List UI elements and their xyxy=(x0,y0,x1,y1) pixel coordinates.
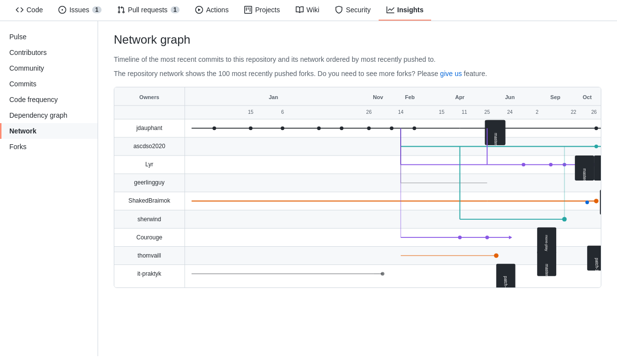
actions-icon xyxy=(195,6,203,14)
network-graph-svg: Owners Jan Nov Feb Apr Jun Sep Oct 15 6 … xyxy=(114,87,601,287)
svg-text:15: 15 xyxy=(248,109,254,115)
nav-issues-label: Issues xyxy=(69,6,89,14)
svg-text:sherwind: sherwind xyxy=(137,216,161,223)
nav-insights[interactable]: Insights xyxy=(379,0,432,21)
svg-point-56 xyxy=(367,127,370,130)
sidebar-item-commits[interactable]: Commits xyxy=(0,76,98,92)
svg-rect-10 xyxy=(114,105,601,119)
svg-text:Feb: Feb xyxy=(405,94,415,100)
svg-text:Sep: Sep xyxy=(550,94,561,100)
svg-text:26: 26 xyxy=(366,109,372,115)
svg-text:Lyr: Lyr xyxy=(145,161,153,168)
nav-security[interactable]: Security xyxy=(327,0,379,21)
svg-rect-77 xyxy=(594,156,601,181)
insights-icon xyxy=(386,6,394,14)
nav-issues[interactable]: Issues 1 xyxy=(51,0,109,21)
svg-point-88 xyxy=(585,201,589,204)
main-content: Network graph Timeline of the most recen… xyxy=(98,21,617,356)
security-icon xyxy=(335,6,343,14)
give-us-link[interactable]: give us xyxy=(440,70,463,78)
sidebar-item-network[interactable]: Network xyxy=(0,123,98,139)
svg-rect-6 xyxy=(114,228,601,246)
svg-text:it-praktyk: it-praktyk xyxy=(137,270,162,277)
svg-text:Courouge: Courouge xyxy=(136,234,162,241)
svg-text:ascdso2020: ascdso2020 xyxy=(133,143,165,150)
svg-point-57 xyxy=(390,127,393,130)
nav-wiki-label: Wiki xyxy=(307,6,319,14)
svg-point-51 xyxy=(212,127,216,130)
nav-wiki[interactable]: Wiki xyxy=(288,0,327,21)
svg-text:master: master xyxy=(582,168,587,181)
svg-text:24: 24 xyxy=(507,109,513,115)
nav-insights-label: Insights xyxy=(397,6,424,14)
svg-point-67 xyxy=(594,145,598,148)
nav-projects-label: Projects xyxy=(255,6,280,14)
svg-text:Oct: Oct xyxy=(583,94,592,100)
svg-text:26: 26 xyxy=(591,109,597,115)
projects-icon xyxy=(244,6,252,14)
issues-icon xyxy=(58,6,66,14)
svg-point-58 xyxy=(412,127,416,130)
svg-text:Nov: Nov xyxy=(373,94,384,100)
svg-text:master: master xyxy=(493,133,498,146)
nav-code-label: Code xyxy=(26,6,43,14)
svg-text:Jan: Jan xyxy=(269,94,278,100)
description-1: Timeline of the most recent commits to t… xyxy=(114,54,601,65)
svg-rect-7 xyxy=(114,246,601,264)
nav-security-label: Security xyxy=(346,6,371,14)
svg-text:master: master xyxy=(544,264,549,277)
svg-text:14: 14 xyxy=(398,109,404,115)
svg-rect-9 xyxy=(114,87,601,105)
svg-text:11: 11 xyxy=(462,109,467,115)
nav-code[interactable]: Code xyxy=(8,0,51,21)
page-title: Network graph xyxy=(114,33,601,47)
sidebar-item-community[interactable]: Community xyxy=(0,60,98,76)
svg-text:jdauphant: jdauphant xyxy=(136,125,163,131)
svg-point-95 xyxy=(486,235,489,239)
nav-actions-label: Actions xyxy=(206,6,229,14)
svg-text:15: 15 xyxy=(439,109,445,115)
code-icon xyxy=(16,6,24,14)
pr-icon xyxy=(117,6,125,14)
sidebar-item-code-frequency[interactable]: Code frequency xyxy=(0,92,98,107)
svg-text:patch-1: patch-1 xyxy=(594,258,599,272)
svg-rect-3 xyxy=(114,174,601,192)
svg-text:22: 22 xyxy=(571,109,577,115)
svg-point-53 xyxy=(281,127,284,130)
svg-point-71 xyxy=(522,163,525,166)
svg-point-54 xyxy=(317,127,320,130)
svg-text:Jun: Jun xyxy=(505,94,515,100)
svg-text:25: 25 xyxy=(485,109,490,115)
svg-text:geerlingguy: geerlingguy xyxy=(134,179,164,186)
network-graph-container: Owners Jan Nov Feb Apr Jun Sep Oct 15 6 … xyxy=(114,87,601,288)
svg-text:patch-2: patch-2 xyxy=(503,276,508,287)
sidebar: Pulse Contributors Community Commits Cod… xyxy=(0,21,98,356)
sidebar-item-contributors[interactable]: Contributors xyxy=(0,45,98,60)
main-layout: Pulse Contributors Community Commits Cod… xyxy=(0,21,617,356)
sidebar-item-pulse[interactable]: Pulse xyxy=(0,29,98,45)
nav-pr-label: Pull requests xyxy=(128,6,168,14)
svg-text:Apr: Apr xyxy=(455,94,465,100)
nav-projects[interactable]: Projects xyxy=(236,0,288,21)
svg-rect-86 xyxy=(600,190,601,215)
svg-point-108 xyxy=(381,272,384,275)
pr-badge: 1 xyxy=(171,6,180,13)
top-nav: Code Issues 1 Pull requests 1 Actions xyxy=(0,0,617,21)
svg-text:Owners: Owners xyxy=(139,94,159,100)
svg-text:2: 2 xyxy=(536,109,539,115)
nav-actions[interactable]: Actions xyxy=(187,0,236,21)
wiki-icon xyxy=(296,6,304,14)
description-2: The repository network shows the 100 mos… xyxy=(114,69,601,79)
sidebar-item-dependency-graph[interactable]: Dependency graph xyxy=(0,107,98,123)
nav-pull-requests[interactable]: Pull requests 1 xyxy=(109,0,188,21)
svg-point-72 xyxy=(549,163,552,166)
svg-point-94 xyxy=(458,235,462,239)
issues-badge: 1 xyxy=(92,6,102,13)
svg-text:thomvaill: thomvaill xyxy=(138,252,161,259)
svg-text:ShakedBraimok: ShakedBraimok xyxy=(129,197,171,204)
svg-point-52 xyxy=(249,127,252,130)
sidebar-item-forks[interactable]: Forks xyxy=(0,139,98,155)
svg-text:6: 6 xyxy=(281,109,284,115)
svg-point-55 xyxy=(340,127,343,130)
